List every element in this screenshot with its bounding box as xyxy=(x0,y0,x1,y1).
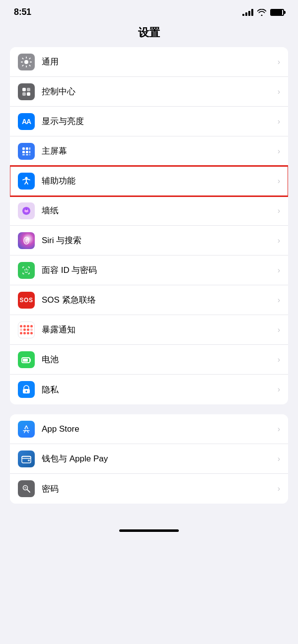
settings-item-battery[interactable]: 电池 › xyxy=(10,345,288,375)
svg-rect-24 xyxy=(28,459,30,461)
battery-settings-icon xyxy=(18,351,35,368)
settings-item-password[interactable]: 密码 › xyxy=(10,474,288,504)
svg-point-26 xyxy=(24,487,26,489)
svg-rect-4 xyxy=(22,147,25,150)
settings-item-exposure[interactable]: 暴露通知 › xyxy=(10,315,288,345)
display-icon: AA xyxy=(18,113,35,130)
wifi-icon xyxy=(257,9,266,16)
general-chevron: › xyxy=(278,58,280,66)
exposure-chevron: › xyxy=(278,325,280,334)
svg-rect-10 xyxy=(22,154,25,155)
svg-rect-3 xyxy=(27,92,30,96)
svg-rect-11 xyxy=(26,154,28,155)
general-icon xyxy=(18,54,35,70)
control-center-icon xyxy=(18,83,35,100)
password-chevron: › xyxy=(278,484,280,493)
settings-item-wallpaper[interactable]: 墙纸 › xyxy=(10,196,288,226)
accessibility-label: 辅助功能 xyxy=(42,175,278,187)
svg-point-18 xyxy=(27,269,28,270)
home-screen-icon xyxy=(18,143,35,160)
siri-chevron: › xyxy=(278,236,280,245)
wallet-icon xyxy=(18,451,35,467)
exposure-label: 暴露通知 xyxy=(42,324,278,335)
siri-icon xyxy=(18,232,35,249)
svg-rect-12 xyxy=(29,154,30,155)
settings-item-control-center[interactable]: 控制中心 › xyxy=(10,77,288,107)
exposure-icon xyxy=(18,322,35,338)
settings-item-accessibility[interactable]: 辅助功能 › xyxy=(10,166,288,196)
display-label: 显示与亮度 xyxy=(42,116,278,127)
privacy-icon xyxy=(18,381,35,398)
privacy-label: 隐私 xyxy=(42,384,278,395)
appstore-chevron: › xyxy=(278,425,280,434)
general-label: 通用 xyxy=(42,56,278,67)
wallet-label: 钱包与 Apple Pay xyxy=(42,453,278,464)
wallpaper-icon xyxy=(18,202,35,219)
control-center-chevron: › xyxy=(278,87,280,96)
home-indicator xyxy=(119,529,179,532)
settings-item-home-screen[interactable]: 主屏幕 › xyxy=(10,136,288,166)
svg-rect-20 xyxy=(23,359,28,362)
sos-badge: SOS xyxy=(18,296,35,305)
faceid-chevron: › xyxy=(278,266,280,275)
settings-item-sos[interactable]: SOS SOS 紧急联络 › xyxy=(10,285,288,315)
home-screen-label: 主屏幕 xyxy=(42,145,278,157)
settings-item-siri[interactable]: Siri 与搜索 › xyxy=(10,226,288,256)
wallpaper-label: 墙纸 xyxy=(42,205,278,216)
control-center-label: 控制中心 xyxy=(42,86,278,97)
signal-icon xyxy=(242,9,253,16)
exposure-dots xyxy=(19,324,34,335)
status-bar: 8:51 xyxy=(0,0,298,22)
wallet-chevron: › xyxy=(278,454,280,463)
password-icon xyxy=(18,480,35,497)
home-screen-chevron: › xyxy=(278,147,280,156)
accessibility-icon xyxy=(18,173,35,190)
settings-group-2: App Store › 钱包与 Apple Pay › xyxy=(10,414,288,504)
battery-label: 电池 xyxy=(42,354,278,365)
faceid-label: 面容 ID 与密码 xyxy=(42,264,278,276)
svg-rect-9 xyxy=(29,151,30,153)
page-title: 设置 xyxy=(0,22,298,47)
status-time: 8:51 xyxy=(14,7,31,17)
svg-rect-2 xyxy=(22,92,26,96)
appstore-icon xyxy=(18,421,35,438)
settings-item-display[interactable]: AA 显示与亮度 › xyxy=(10,107,288,136)
privacy-chevron: › xyxy=(278,385,280,394)
settings-group-1: 通用 › 控制中心 › AA 显示与亮度 › xyxy=(10,47,288,404)
settings-item-appstore[interactable]: App Store › xyxy=(10,414,288,444)
sos-chevron: › xyxy=(278,296,280,305)
sos-icon: SOS xyxy=(18,292,35,309)
faceid-icon xyxy=(18,262,35,279)
svg-rect-7 xyxy=(22,151,25,153)
settings-item-privacy[interactable]: 隐私 › xyxy=(10,375,288,404)
settings-item-wallet[interactable]: 钱包与 Apple Pay › xyxy=(10,444,288,474)
status-icons xyxy=(242,9,284,16)
svg-rect-0 xyxy=(22,88,26,91)
svg-rect-8 xyxy=(26,151,28,153)
svg-point-17 xyxy=(24,269,25,270)
svg-rect-6 xyxy=(29,147,30,150)
appstore-label: App Store xyxy=(42,424,278,434)
battery-chevron: › xyxy=(278,355,280,364)
sos-label: SOS 紧急联络 xyxy=(42,294,278,306)
battery-icon xyxy=(270,9,284,16)
accessibility-chevron: › xyxy=(278,177,280,186)
settings-item-faceid[interactable]: 面容 ID 与密码 › xyxy=(10,256,288,285)
display-chevron: › xyxy=(278,117,280,126)
svg-point-14 xyxy=(26,208,27,210)
svg-rect-1 xyxy=(27,88,30,91)
settings-item-general[interactable]: 通用 › xyxy=(10,47,288,77)
settings-section: 通用 › 控制中心 › AA 显示与亮度 › xyxy=(0,47,298,523)
wallpaper-chevron: › xyxy=(278,206,280,215)
svg-rect-5 xyxy=(26,147,28,150)
svg-point-16 xyxy=(25,238,28,243)
siri-label: Siri 与搜索 xyxy=(42,235,278,246)
password-label: 密码 xyxy=(42,483,278,495)
svg-rect-23 xyxy=(22,456,31,463)
